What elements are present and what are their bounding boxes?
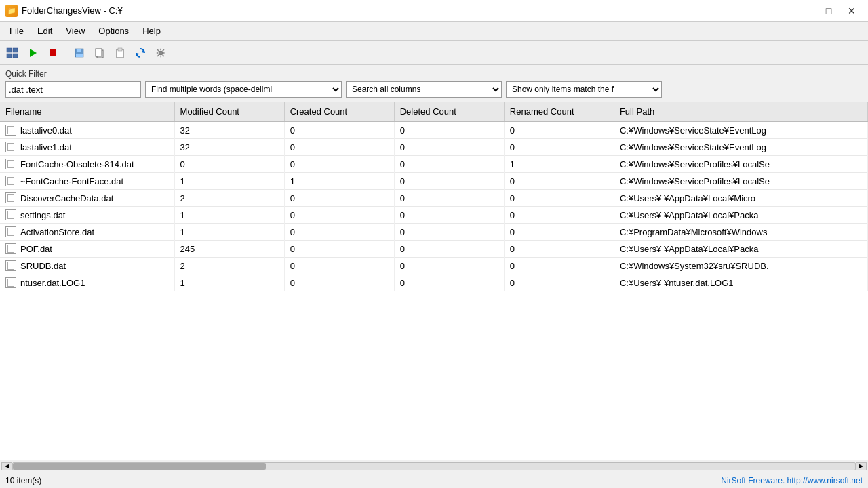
table-row[interactable]: settings.dat1000C:¥Users¥ ¥AppData¥Local… xyxy=(0,207,868,224)
cell-filename-8: SRUDB.dat xyxy=(0,258,174,274)
horizontal-scrollbar-container: ◀ ▶ xyxy=(0,460,868,472)
menu-bar: FileEditViewOptionsHelp xyxy=(0,22,868,41)
toolbar-separator-1 xyxy=(66,45,66,60)
horizontal-scrollbar[interactable] xyxy=(12,462,856,470)
col-header-modified[interactable]: Modified Count xyxy=(174,102,284,121)
cell-created-count-9: 0 xyxy=(284,274,394,291)
cell-filename-5: settings.dat xyxy=(0,207,174,224)
table-row[interactable]: lastalive1.dat32000C:¥Windows¥ServiceSta… xyxy=(0,139,868,156)
cell-deleted-count-5: 0 xyxy=(394,207,504,224)
file-icon xyxy=(5,226,16,237)
cell-modified-count-7: 245 xyxy=(174,241,284,258)
nirsoft-link[interactable]: NirSoft Freeware. http://www.nirsoft.net xyxy=(721,476,863,485)
cell-filename-7: POF.dat xyxy=(0,241,174,258)
cell-filename-3: ~FontCache-FontFace.dat xyxy=(0,173,174,190)
cell-deleted-count-2: 0 xyxy=(394,156,504,173)
table-row[interactable]: DiscoverCacheData.dat2000C:¥Users¥ ¥AppD… xyxy=(0,190,868,207)
cell-renamed-count-0: 0 xyxy=(504,121,614,139)
svg-rect-10 xyxy=(96,49,102,56)
cell-created-count-4: 0 xyxy=(284,190,394,207)
quick-filter-input[interactable] xyxy=(5,81,141,98)
quick-filter-section: Quick Filter Find multiple words (space-… xyxy=(0,65,868,102)
col-header-created[interactable]: Created Count xyxy=(284,102,394,121)
cell-created-count-1: 0 xyxy=(284,139,394,156)
svg-rect-3 xyxy=(13,54,18,58)
cell-renamed-count-7: 0 xyxy=(504,241,614,258)
svg-marker-4 xyxy=(30,49,37,57)
scrollbar-thumb xyxy=(13,463,266,470)
filter-mode-select[interactable]: Find multiple words (space-delimi xyxy=(145,81,342,98)
menu-item-view[interactable]: View xyxy=(59,23,92,39)
svg-rect-5 xyxy=(50,49,56,56)
cell-deleted-count-7: 0 xyxy=(394,241,504,258)
title-bar: 📁 FolderChangesView - C:¥ — □ ✕ xyxy=(0,0,868,22)
cell-created-count-3: 1 xyxy=(284,173,394,190)
cell-deleted-count-4: 0 xyxy=(394,190,504,207)
minimize-button[interactable]: — xyxy=(795,3,816,18)
cell-full-path-3: C:¥Windows¥ServiceProfiles¥LocalSe xyxy=(614,173,867,190)
cell-created-count-8: 0 xyxy=(284,258,394,274)
table-container[interactable]: Filename Modified Count Created Count De… xyxy=(0,102,868,460)
cell-deleted-count-9: 0 xyxy=(394,274,504,291)
table-row[interactable]: FontCache-Obsolete-814.dat0001C:¥Windows… xyxy=(0,156,868,173)
table-row[interactable]: ntuser.dat.LOG11000C:¥Users¥ ¥ntuser.dat… xyxy=(0,274,868,291)
cell-full-path-6: C:¥ProgramData¥Microsoft¥Windows xyxy=(614,224,867,241)
refresh-toolbar-button[interactable] xyxy=(131,44,150,62)
table-row[interactable]: SRUDB.dat2000C:¥Windows¥System32¥sru¥SRU… xyxy=(0,258,868,274)
cell-filename-1: lastalive1.dat xyxy=(0,139,174,156)
menu-item-help[interactable]: Help xyxy=(136,23,167,39)
file-icon xyxy=(5,142,16,152)
table-row[interactable]: lastalive0.dat32000C:¥Windows¥ServiceSta… xyxy=(0,121,868,139)
cell-full-path-4: C:¥Users¥ ¥AppData¥Local¥Micro xyxy=(614,190,867,207)
save-toolbar-button[interactable] xyxy=(70,44,89,62)
file-icon xyxy=(5,260,16,271)
col-header-fullpath[interactable]: Full Path xyxy=(614,102,867,121)
col-header-renamed[interactable]: Renamed Count xyxy=(504,102,614,121)
toolbar xyxy=(0,41,868,65)
col-header-filename[interactable]: Filename xyxy=(0,102,174,121)
title-bar-left: 📁 FolderChangesView - C:¥ xyxy=(5,5,123,17)
cell-filename-4: DiscoverCacheData.dat xyxy=(0,190,174,207)
menu-item-options[interactable]: Options xyxy=(92,23,136,39)
window-controls: — □ ✕ xyxy=(795,3,863,18)
cell-renamed-count-8: 0 xyxy=(504,258,614,274)
file-icon xyxy=(5,192,16,203)
table-row[interactable]: ~FontCache-FontFace.dat1100C:¥Windows¥Se… xyxy=(0,173,868,190)
file-icon xyxy=(5,176,16,186)
cell-renamed-count-5: 0 xyxy=(504,207,614,224)
search-columns-select[interactable]: Search all columns xyxy=(346,81,502,98)
cell-full-path-7: C:¥Users¥ ¥AppData¥Local¥Packa xyxy=(614,241,867,258)
svg-rect-0 xyxy=(7,48,12,52)
cell-full-path-1: C:¥Windows¥ServiceState¥EventLog xyxy=(614,139,867,156)
table-header-row: Filename Modified Count Created Count De… xyxy=(0,102,868,121)
stop-toolbar-button[interactable] xyxy=(43,44,62,62)
cell-filename-6: ActivationStore.dat xyxy=(0,224,174,241)
maximize-button[interactable]: □ xyxy=(818,3,840,18)
filter-action-select[interactable]: Show only items match the f xyxy=(506,81,662,98)
table-row[interactable]: POF.dat245000C:¥Users¥ ¥AppData¥Local¥Pa… xyxy=(0,241,868,258)
quick-filter-controls: Find multiple words (space-delimi Search… xyxy=(5,81,863,98)
menu-item-edit[interactable]: Edit xyxy=(31,23,59,39)
col-header-deleted[interactable]: Deleted Count xyxy=(394,102,504,121)
cell-modified-count-1: 32 xyxy=(174,139,284,156)
cell-created-count-7: 0 xyxy=(284,241,394,258)
settings-toolbar-button[interactable] xyxy=(151,44,170,62)
status-bar: 10 item(s) NirSoft Freeware. http://www.… xyxy=(0,472,868,488)
grid-toolbar-button[interactable] xyxy=(3,44,22,62)
file-icon xyxy=(5,243,16,254)
scroll-right-button[interactable]: ▶ xyxy=(856,462,867,470)
paste-toolbar-button[interactable] xyxy=(111,44,130,62)
close-button[interactable]: ✕ xyxy=(841,3,863,18)
copy-toolbar-button[interactable] xyxy=(90,44,109,62)
cell-filename-0: lastalive0.dat xyxy=(0,121,174,139)
cell-full-path-5: C:¥Users¥ ¥AppData¥Local¥Packa xyxy=(614,207,867,224)
cell-renamed-count-6: 0 xyxy=(504,224,614,241)
menu-item-file[interactable]: File xyxy=(3,23,31,39)
scroll-left-button[interactable]: ◀ xyxy=(1,462,12,470)
cell-deleted-count-3: 0 xyxy=(394,173,504,190)
play-toolbar-button[interactable] xyxy=(23,44,42,62)
cell-created-count-0: 0 xyxy=(284,121,394,139)
table-row[interactable]: ActivationStore.dat1000C:¥ProgramData¥Mi… xyxy=(0,224,868,241)
cell-deleted-count-8: 0 xyxy=(394,258,504,274)
cell-modified-count-0: 32 xyxy=(174,121,284,139)
